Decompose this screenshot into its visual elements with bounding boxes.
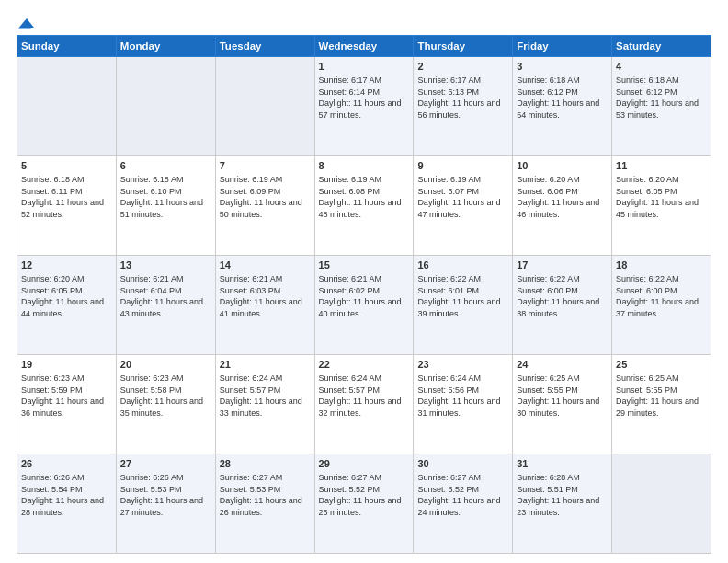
day-number: 31 [517, 457, 608, 471]
day-info: Sunrise: 6:18 AM Sunset: 6:11 PM Dayligh… [21, 175, 104, 219]
day-number: 10 [517, 159, 608, 173]
calendar-cell: 4Sunrise: 6:18 AM Sunset: 6:12 PM Daylig… [612, 57, 711, 156]
day-number: 8 [319, 159, 410, 173]
day-number: 24 [517, 358, 608, 372]
day-info: Sunrise: 6:27 AM Sunset: 5:52 PM Dayligh… [417, 473, 500, 517]
calendar-cell [116, 57, 215, 156]
day-info: Sunrise: 6:24 AM Sunset: 5:57 PM Dayligh… [319, 373, 402, 418]
day-info: Sunrise: 6:17 AM Sunset: 6:14 PM Dayligh… [319, 75, 402, 120]
day-number: 3 [517, 60, 608, 74]
calendar-week-row: 5Sunrise: 6:18 AM Sunset: 6:11 PM Daylig… [17, 156, 711, 256]
logo [17, 17, 34, 28]
calendar-cell: 15Sunrise: 6:21 AM Sunset: 6:02 PM Dayli… [314, 256, 414, 355]
day-info: Sunrise: 6:26 AM Sunset: 5:53 PM Dayligh… [120, 473, 203, 517]
day-number: 29 [319, 457, 410, 471]
day-number: 19 [21, 358, 112, 372]
day-number: 11 [616, 159, 707, 173]
day-info: Sunrise: 6:21 AM Sunset: 6:02 PM Dayligh… [319, 274, 402, 318]
calendar-cell: 11Sunrise: 6:20 AM Sunset: 6:05 PM Dayli… [612, 156, 711, 256]
day-number: 18 [616, 259, 707, 272]
calendar-week-row: 12Sunrise: 6:20 AM Sunset: 6:05 PM Dayli… [17, 256, 711, 355]
calendar-cell: 21Sunrise: 6:24 AM Sunset: 5:57 PM Dayli… [215, 355, 314, 454]
day-number: 16 [417, 259, 508, 272]
day-number: 30 [417, 457, 508, 471]
header [17, 17, 711, 28]
day-info: Sunrise: 6:23 AM Sunset: 5:58 PM Dayligh… [120, 373, 203, 418]
calendar-cell: 8Sunrise: 6:19 AM Sunset: 6:08 PM Daylig… [314, 156, 414, 256]
day-info: Sunrise: 6:24 AM Sunset: 5:56 PM Dayligh… [417, 373, 500, 418]
calendar-cell: 5Sunrise: 6:18 AM Sunset: 6:11 PM Daylig… [17, 156, 117, 256]
calendar-cell: 10Sunrise: 6:20 AM Sunset: 6:06 PM Dayli… [513, 156, 612, 256]
calendar-cell: 18Sunrise: 6:22 AM Sunset: 6:00 PM Dayli… [612, 256, 711, 355]
calendar-cell: 31Sunrise: 6:28 AM Sunset: 5:51 PM Dayli… [513, 454, 612, 554]
day-info: Sunrise: 6:24 AM Sunset: 5:57 PM Dayligh… [220, 373, 302, 418]
day-number: 25 [616, 358, 707, 372]
calendar-cell: 7Sunrise: 6:19 AM Sunset: 6:09 PM Daylig… [215, 156, 314, 256]
calendar-cell: 29Sunrise: 6:27 AM Sunset: 5:52 PM Dayli… [314, 454, 414, 554]
day-header-tuesday: Tuesday [215, 36, 314, 57]
calendar-cell: 6Sunrise: 6:18 AM Sunset: 6:10 PM Daylig… [116, 156, 215, 256]
day-info: Sunrise: 6:18 AM Sunset: 6:12 PM Dayligh… [517, 75, 599, 120]
calendar-cell: 24Sunrise: 6:25 AM Sunset: 5:55 PM Dayli… [513, 355, 612, 454]
day-number: 7 [220, 159, 311, 173]
day-info: Sunrise: 6:18 AM Sunset: 6:10 PM Dayligh… [120, 175, 203, 219]
day-header-thursday: Thursday [414, 36, 513, 57]
day-info: Sunrise: 6:23 AM Sunset: 5:59 PM Dayligh… [21, 373, 104, 418]
day-number: 12 [21, 259, 112, 272]
calendar-cell: 13Sunrise: 6:21 AM Sunset: 6:04 PM Dayli… [116, 256, 215, 355]
calendar-cell: 12Sunrise: 6:20 AM Sunset: 6:05 PM Dayli… [17, 256, 117, 355]
day-info: Sunrise: 6:19 AM Sunset: 6:09 PM Dayligh… [220, 175, 302, 219]
day-info: Sunrise: 6:22 AM Sunset: 6:01 PM Dayligh… [417, 274, 500, 318]
day-info: Sunrise: 6:20 AM Sunset: 6:06 PM Dayligh… [517, 175, 599, 219]
calendar-table: SundayMondayTuesdayWednesdayThursdayFrid… [17, 35, 711, 554]
calendar-week-row: 19Sunrise: 6:23 AM Sunset: 5:59 PM Dayli… [17, 355, 711, 454]
day-info: Sunrise: 6:21 AM Sunset: 6:03 PM Dayligh… [220, 274, 302, 318]
calendar-cell: 30Sunrise: 6:27 AM Sunset: 5:52 PM Dayli… [414, 454, 513, 554]
day-number: 6 [120, 159, 211, 173]
calendar-week-row: 26Sunrise: 6:26 AM Sunset: 5:54 PM Dayli… [17, 454, 711, 554]
day-info: Sunrise: 6:17 AM Sunset: 6:13 PM Dayligh… [417, 75, 500, 120]
day-number: 17 [517, 259, 608, 272]
day-header-friday: Friday [513, 36, 612, 57]
day-info: Sunrise: 6:22 AM Sunset: 6:00 PM Dayligh… [517, 274, 599, 318]
day-info: Sunrise: 6:20 AM Sunset: 6:05 PM Dayligh… [616, 175, 699, 219]
calendar-cell: 20Sunrise: 6:23 AM Sunset: 5:58 PM Dayli… [116, 355, 215, 454]
day-header-saturday: Saturday [612, 36, 711, 57]
day-number: 26 [21, 457, 112, 471]
day-number: 2 [417, 60, 508, 74]
day-number: 27 [120, 457, 211, 471]
logo-icon [17, 17, 34, 29]
day-info: Sunrise: 6:21 AM Sunset: 6:04 PM Dayligh… [120, 274, 203, 318]
calendar-cell: 19Sunrise: 6:23 AM Sunset: 5:59 PM Dayli… [17, 355, 117, 454]
calendar-cell: 27Sunrise: 6:26 AM Sunset: 5:53 PM Dayli… [116, 454, 215, 554]
day-info: Sunrise: 6:26 AM Sunset: 5:54 PM Dayligh… [21, 473, 104, 517]
day-header-monday: Monday [116, 36, 215, 57]
calendar-cell: 9Sunrise: 6:19 AM Sunset: 6:07 PM Daylig… [414, 156, 513, 256]
calendar-cell: 16Sunrise: 6:22 AM Sunset: 6:01 PM Dayli… [414, 256, 513, 355]
day-number: 15 [319, 259, 410, 272]
day-info: Sunrise: 6:27 AM Sunset: 5:52 PM Dayligh… [319, 473, 402, 517]
page: SundayMondayTuesdayWednesdayThursdayFrid… [0, 0, 728, 563]
calendar-cell: 26Sunrise: 6:26 AM Sunset: 5:54 PM Dayli… [17, 454, 117, 554]
day-info: Sunrise: 6:19 AM Sunset: 6:07 PM Dayligh… [417, 175, 500, 219]
calendar-cell: 23Sunrise: 6:24 AM Sunset: 5:56 PM Dayli… [414, 355, 513, 454]
calendar-cell: 2Sunrise: 6:17 AM Sunset: 6:13 PM Daylig… [414, 57, 513, 156]
day-info: Sunrise: 6:25 AM Sunset: 5:55 PM Dayligh… [517, 373, 599, 418]
day-number: 28 [220, 457, 311, 471]
day-number: 9 [417, 159, 508, 173]
day-number: 22 [319, 358, 410, 372]
day-info: Sunrise: 6:19 AM Sunset: 6:08 PM Dayligh… [319, 175, 402, 219]
day-info: Sunrise: 6:20 AM Sunset: 6:05 PM Dayligh… [21, 274, 104, 318]
calendar-cell: 3Sunrise: 6:18 AM Sunset: 6:12 PM Daylig… [513, 57, 612, 156]
calendar-cell: 1Sunrise: 6:17 AM Sunset: 6:14 PM Daylig… [314, 57, 414, 156]
calendar-cell: 22Sunrise: 6:24 AM Sunset: 5:57 PM Dayli… [314, 355, 414, 454]
day-number: 4 [616, 60, 707, 74]
day-info: Sunrise: 6:18 AM Sunset: 6:12 PM Dayligh… [616, 75, 699, 120]
day-number: 14 [220, 259, 311, 272]
day-number: 5 [21, 159, 112, 173]
day-number: 23 [417, 358, 508, 372]
day-number: 20 [120, 358, 211, 372]
day-number: 13 [120, 259, 211, 272]
calendar-cell [215, 57, 314, 156]
calendar-cell: 28Sunrise: 6:27 AM Sunset: 5:53 PM Dayli… [215, 454, 314, 554]
